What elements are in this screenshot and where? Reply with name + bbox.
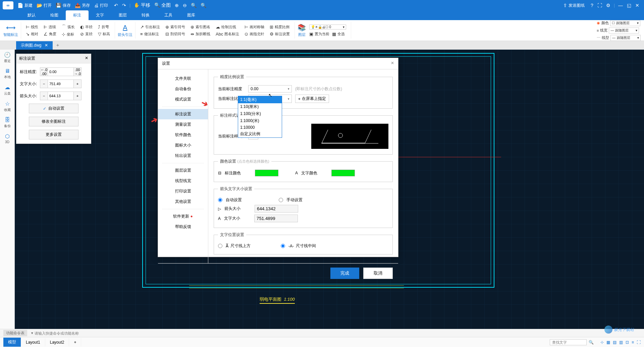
symmetry-axis-button[interactable]: ⊢画对称轴 [245,24,264,30]
dropdown-item[interactable]: 1:10(厘米) [238,103,282,110]
close-doc-icon[interactable]: ✕ [45,43,48,48]
cur-precision-select[interactable]: 0.00▾ [248,85,292,93]
diameter-button[interactable]: ⊘直径 [80,32,93,37]
elevation-button[interactable]: ▽标高 [98,32,110,37]
arrow-size-input[interactable] [255,205,298,213]
lead-anno-button[interactable]: ↗引出标注 [140,24,160,30]
arrowsize-dec-button[interactable]: − [40,92,48,100]
precision-scale-button[interactable]: ⊞精度比例 [270,24,290,30]
fullscreen-toggle[interactable]: ⛶ [637,340,641,345]
sidebar-cloud[interactable]: ☁云盘 [4,84,11,96]
auto-set-button[interactable]: ✓自动设置 [29,104,78,113]
dropdown-item[interactable]: 1:1(毫米) [238,96,282,103]
sidebar-favorite[interactable]: ☆收藏 [4,101,11,112]
snap-toggle[interactable]: ⊹ [600,340,604,345]
maximize-button[interactable]: ◱ [627,3,631,8]
find-text-input[interactable] [550,339,587,345]
continuous-button[interactable]: ⊩连续 [44,24,56,30]
tab-draw[interactable]: 绘图 [43,10,66,20]
select-all-button[interactable]: ▦全选 [332,32,345,37]
bend-button[interactable]: ⤴折弯 [98,24,110,30]
text-color-swatch[interactable] [331,170,355,176]
new-file-button[interactable]: 📄新建 [17,3,33,8]
textsize-input[interactable] [48,80,74,88]
layer-select[interactable]: 💡☀🔒🖨☐0▾ [309,24,346,30]
search-icon[interactable]: 🔍 [589,340,594,345]
smart-annotate-button[interactable]: ⟷智能标注 [3,23,18,37]
precision-stepper[interactable]: ←.0.00 .00→.0 [40,67,82,76]
tab-tool[interactable]: 工具 [157,10,180,20]
send-drawing-button[interactable]: ⇪发送图纸 [563,3,585,8]
above-line-radio[interactable]: A̅尺寸线上方 [218,243,251,249]
layout-tab-model[interactable]: 模型 [3,338,21,347]
middle-line-radio[interactable]: -A-尺寸线中间 [281,243,316,249]
section-button[interactable]: ⊟剖切符号 [165,32,185,37]
settings-gear-button[interactable]: ⚙ [606,3,610,8]
arrowsize-stepper[interactable]: − + [40,92,82,100]
tab-convert[interactable]: 转换 [134,10,157,20]
arrowsize-input[interactable] [48,92,74,100]
fullscreen-button[interactable]: ⛶ [597,3,602,8]
zoom-out-button[interactable]: ⊖ [183,3,187,8]
sidebar-recent[interactable]: 🕘最近 [4,52,11,63]
zoom-window-button[interactable]: 🔍 [191,3,197,8]
tab-text[interactable]: 文字 [89,10,111,20]
dropdown-item[interactable]: 1:100(分米) [238,110,282,117]
layout-tab-1[interactable]: Layout1 [21,338,45,346]
textsize-dec-button[interactable]: − [40,80,48,88]
side-anno-settings[interactable]: 标注设置 [158,109,208,119]
linear-button[interactable]: ⊢线性 [26,24,38,30]
tab-annotate[interactable]: 标注 [66,10,89,20]
print-button[interactable]: 🖨打印 [94,3,108,8]
sidebar-backup[interactable]: 🗄备份 [4,117,11,128]
radius-button[interactable]: ◐半径 [80,24,93,30]
sidebar-3d[interactable]: ⬡3D [5,133,10,144]
edit-all-button[interactable]: 修改全图标注 [29,117,78,126]
precision-input[interactable] [48,68,74,76]
pan-button[interactable]: ✋ 平移 [134,2,150,8]
side-linetype-width[interactable]: 线型线宽 [158,176,208,186]
side-file-assoc[interactable]: 文件关联 [158,73,208,84]
polar-toggle[interactable]: ▥ [619,340,623,345]
side-feedback[interactable]: 帮助反馈 [158,222,208,232]
index-name-button[interactable]: ⊕索引图名 [191,24,210,30]
method-anno-button[interactable]: ≡做法标注 [140,32,160,37]
more-settings-button[interactable]: 更多设置 [29,130,78,139]
cancel-button[interactable]: 取消 [363,268,393,279]
open-file-button[interactable]: 📂打开 [37,3,52,8]
arrowsize-inc-button[interactable]: + [74,92,81,100]
specify-on-screen-button[interactable]: ⌖在屏幕上指定 [295,95,329,103]
relative-button[interactable]: ↘相对 [26,32,38,37]
dropdown-item[interactable]: 1:1000(米) [238,117,282,124]
dropdown-item[interactable]: 自定义比例 [238,130,282,137]
side-update[interactable]: 软件更新 ● [158,211,208,222]
ok-button[interactable]: 完成 [330,268,359,279]
color-select[interactable]: ☐ 跟随图层▾ [610,20,640,26]
zoom-prev-button[interactable]: 🔍 [201,3,206,8]
close-panel-button[interactable]: ✕ [85,56,88,61]
precision-dec-button[interactable]: ←.0.00 [40,68,48,76]
auto-radio[interactable]: 自动设置 [218,197,242,203]
tab-layer[interactable]: 图层 [111,10,134,20]
precision-inc-button[interactable]: .00→.0 [74,68,81,76]
tab-library[interactable]: 图库 [180,10,203,20]
manual-radio[interactable]: 手动设置 [279,197,303,203]
help-button[interactable]: ? [591,3,593,8]
grid-toggle[interactable]: ▦ [606,340,610,345]
anno-settings-button[interactable]: ⚙标注设置 [270,32,290,37]
layer-panel-button[interactable]: 📚图层 [298,23,306,37]
side-layer-settings[interactable]: 图层设置 [158,165,208,176]
ortho-toggle[interactable]: ▤ [613,340,616,345]
break-line-button[interactable]: ⇹加折断线 [191,32,210,37]
add-doc-button[interactable]: ＋ [55,42,60,48]
document-tab[interactable]: 示例图.dwg✕ [16,41,53,50]
side-print-settings[interactable]: 打印设置 [158,186,208,196]
linewidth-select[interactable]: — 跟随图层▾ [609,27,639,34]
zoom-in-button[interactable]: ⊕ [175,3,179,8]
add-layout-button[interactable]: + [69,338,81,346]
side-icon-size[interactable]: 图标大小 [158,140,208,151]
dialog-close-button[interactable]: ✕ [391,61,394,66]
command-input[interactable] [35,331,641,335]
side-software-color[interactable]: 软件颜色 [158,130,208,140]
anno-color-swatch[interactable] [255,170,278,176]
